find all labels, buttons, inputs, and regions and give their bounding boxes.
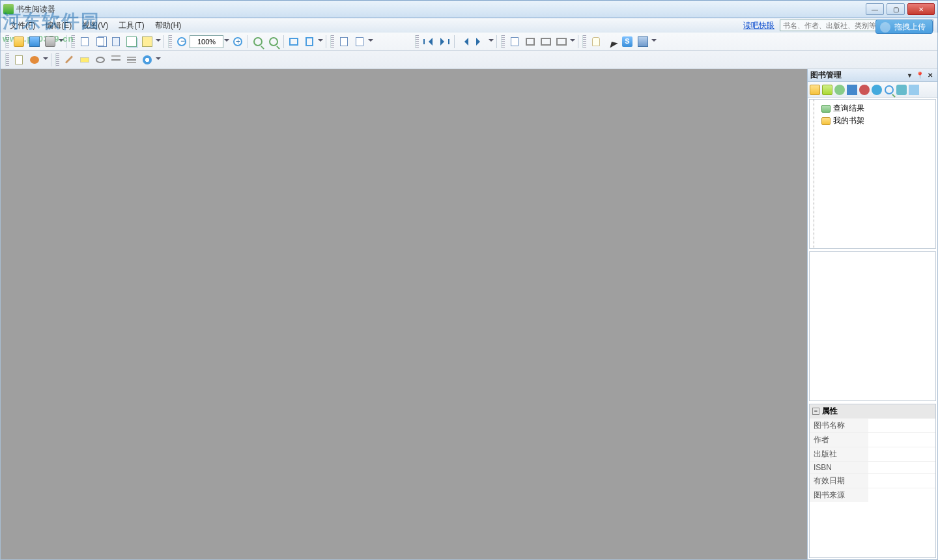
toolbar-dropdown[interactable] (42, 57, 49, 63)
prev-page-icon (461, 38, 468, 46)
pencil-button[interactable] (62, 53, 76, 67)
panel-close-button[interactable]: ✕ (926, 71, 935, 80)
toolbar-grip[interactable] (168, 35, 172, 48)
single-page-button[interactable] (78, 35, 92, 49)
toolbar-dropdown[interactable] (367, 39, 374, 44)
fit-width-button[interactable] (287, 35, 301, 49)
prop-value[interactable] (868, 488, 935, 502)
doc-button[interactable] (507, 35, 522, 49)
toolbar-grip[interactable] (5, 53, 9, 66)
panel-pin-button[interactable]: 📍 (915, 71, 924, 80)
toolbar-dropdown[interactable] (155, 39, 162, 44)
bug-button[interactable] (27, 53, 42, 67)
toolbar-grip[interactable] (582, 35, 586, 48)
next-page-button[interactable] (473, 35, 487, 49)
properties-header[interactable]: − 属性 (810, 404, 935, 418)
magnifier-in-button[interactable] (251, 35, 265, 49)
toolbar-dropdown[interactable] (569, 39, 576, 44)
dictionary-button[interactable] (636, 35, 650, 49)
toolbar-grip[interactable] (501, 35, 505, 48)
prop-value[interactable] (868, 433, 935, 447)
panel-delete-button[interactable] (859, 84, 870, 96)
panel-download-button[interactable] (846, 84, 858, 96)
toolbar-grip[interactable] (330, 35, 334, 48)
panel-export-button[interactable] (908, 84, 920, 96)
tile-button[interactable] (523, 35, 537, 49)
tree-item-results[interactable]: 查询结果 (812, 102, 933, 115)
menu-help[interactable]: 帮助(H) (150, 19, 187, 33)
rotate-right-button[interactable] (352, 35, 367, 49)
fit-page-button[interactable] (302, 35, 317, 49)
pencil-icon (65, 55, 73, 63)
hand-tool-button[interactable] (589, 35, 603, 49)
magnify-minus-icon (269, 37, 278, 46)
prev-page-button[interactable] (457, 35, 472, 49)
prop-value[interactable] (868, 447, 935, 461)
underline-button[interactable] (109, 53, 123, 67)
prop-value[interactable] (868, 474, 935, 488)
menu-tools[interactable]: 工具(T) (113, 19, 149, 33)
zoom-out-button[interactable] (175, 35, 189, 49)
layout2-button[interactable] (554, 35, 569, 49)
pointer-tool-button[interactable] (604, 35, 619, 49)
select-tool-button[interactable]: S (620, 35, 634, 49)
ellipse-button[interactable] (93, 53, 107, 67)
upload-button[interactable]: 拖拽上传 (875, 20, 933, 34)
annotation-button[interactable] (12, 53, 26, 67)
first-page-button[interactable] (421, 35, 436, 49)
prop-row: 图书名称 (810, 418, 935, 432)
prop-row: 图书来源 (810, 488, 935, 502)
toolbar-grip[interactable] (415, 35, 419, 48)
last-page-button[interactable] (437, 35, 451, 49)
window-minimize-button[interactable]: — (866, 3, 884, 15)
window-close-button[interactable]: ✕ (907, 3, 935, 15)
save-button[interactable] (27, 35, 42, 49)
panel-sync-button[interactable] (896, 84, 907, 96)
sync-icon (896, 85, 907, 95)
prop-value[interactable] (868, 462, 935, 473)
panel-open-button[interactable] (821, 84, 833, 96)
document-canvas[interactable] (1, 69, 807, 559)
panel-menu-button[interactable]: ▾ (905, 71, 914, 80)
separator (578, 35, 578, 48)
two-page-button[interactable] (93, 35, 107, 49)
print-button[interactable] (43, 35, 57, 49)
panel-refresh-button[interactable] (834, 84, 846, 96)
highlight-button[interactable] (78, 53, 92, 67)
panel-new-folder-button[interactable] (809, 84, 821, 96)
book-tree[interactable]: 查询结果 我的书架 (809, 99, 936, 249)
magnifier-out-button[interactable] (266, 35, 281, 49)
toolbar-dropdown[interactable] (58, 39, 64, 44)
collapse-icon[interactable]: − (812, 408, 819, 415)
toolbar-dropdown[interactable] (317, 39, 324, 44)
zoom-dropdown[interactable] (223, 39, 230, 44)
toolbar-grip[interactable] (5, 35, 9, 48)
menu-view[interactable]: 视图(V) (77, 19, 113, 33)
toolbar-grip[interactable] (71, 35, 75, 48)
layout1-button[interactable] (539, 35, 553, 49)
menu-edit[interactable]: 编辑(E) (40, 19, 77, 33)
prop-value[interactable] (868, 419, 935, 432)
quick-link[interactable]: 读吧快眼 (743, 20, 775, 31)
zoom-in-button[interactable] (231, 35, 245, 49)
settings-button[interactable] (140, 53, 154, 67)
separator (326, 35, 326, 48)
open-button[interactable] (12, 35, 26, 49)
panel-web-button[interactable] (871, 84, 883, 96)
toolbar-dropdown[interactable] (651, 39, 657, 44)
thumb-button[interactable] (109, 35, 123, 49)
strikethrough-button[interactable] (124, 53, 139, 67)
toolbar-dropdown[interactable] (488, 39, 494, 44)
continuous-button[interactable] (124, 35, 139, 49)
menu-file[interactable]: 文件(F) (5, 19, 40, 33)
toolbar-grip[interactable] (55, 53, 59, 66)
book-mode-button[interactable] (140, 35, 154, 49)
tree-item-shelf[interactable]: 我的书架 (812, 115, 933, 127)
toolbar-dropdown[interactable] (155, 57, 162, 63)
magnify-plus-icon (253, 37, 263, 46)
panel-search-button[interactable] (883, 84, 895, 96)
window-maximize-button[interactable]: ▢ (887, 3, 905, 15)
rotate-left-button[interactable] (337, 35, 351, 49)
search-input[interactable] (780, 20, 890, 31)
zoom-input[interactable] (190, 35, 223, 48)
